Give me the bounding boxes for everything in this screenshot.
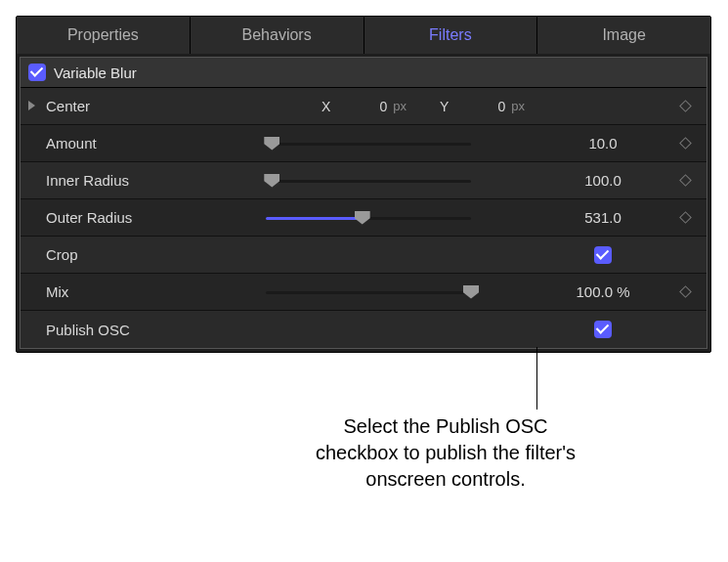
mix-slider[interactable] <box>266 283 471 301</box>
param-row-center: Center X 0 px Y 0 px <box>21 88 707 125</box>
param-label-inner-radius: Inner Radius <box>46 172 202 189</box>
param-label-center: Center <box>46 98 185 114</box>
param-row-crop: Crop <box>21 237 707 274</box>
tab-behaviors[interactable]: Behaviors <box>190 17 364 54</box>
inner-radius-slider[interactable] <box>266 172 471 190</box>
param-row-amount: Amount 10.0 <box>21 125 707 162</box>
annotation: Select the Publish OSC checkbox to publi… <box>16 353 711 519</box>
filter-header-row: Variable Blur <box>21 58 707 88</box>
slider-thumb-icon[interactable] <box>264 174 279 188</box>
center-x-value[interactable]: 0 <box>340 99 387 114</box>
slider-thumb-icon[interactable] <box>264 137 279 151</box>
center-x-unit: px <box>393 99 407 113</box>
param-row-publish-osc: Publish OSC <box>21 311 707 348</box>
mix-value[interactable]: 100.0 % <box>535 283 671 300</box>
filter-enable-checkbox[interactable] <box>28 64 46 81</box>
amount-slider[interactable] <box>266 135 471 152</box>
outer-radius-slider[interactable] <box>266 209 471 227</box>
keyframe-icon[interactable] <box>679 174 692 187</box>
param-row-outer-radius: Outer Radius 531.0 <box>21 199 707 237</box>
inspector-panel: Properties Behaviors Filters Image Varia… <box>16 16 711 353</box>
param-label-publish-osc: Publish OSC <box>46 322 202 338</box>
axis-x-label: X <box>321 99 330 114</box>
keyframe-icon[interactable] <box>679 285 692 298</box>
keyframe-icon[interactable] <box>679 100 692 112</box>
param-row-inner-radius: Inner Radius 100.0 <box>21 162 707 199</box>
param-label-outer-radius: Outer Radius <box>46 209 202 226</box>
param-label-amount: Amount <box>46 135 202 151</box>
publish-osc-checkbox[interactable] <box>594 321 612 338</box>
filters-content: Variable Blur Center X 0 px Y 0 px A <box>20 57 707 349</box>
callout-leader-line <box>536 347 537 410</box>
tab-filters[interactable]: Filters <box>364 17 537 54</box>
axis-y-label: Y <box>440 99 449 114</box>
slider-thumb-icon[interactable] <box>463 285 479 299</box>
disclosure-triangle-icon[interactable] <box>28 101 40 112</box>
callout-text: Select the Publish OSC checkbox to publi… <box>309 413 582 493</box>
crop-checkbox[interactable] <box>594 246 612 264</box>
tab-image[interactable]: Image <box>536 17 710 54</box>
param-label-mix: Mix <box>46 283 202 300</box>
filter-title: Variable Blur <box>54 65 137 81</box>
inspector-tabs: Properties Behaviors Filters Image <box>17 17 710 54</box>
center-y-unit: px <box>511 99 525 113</box>
center-xy-controls: X 0 px Y 0 px <box>185 99 671 114</box>
param-row-mix: Mix 100.0 % <box>21 274 707 311</box>
keyframe-icon[interactable] <box>679 137 692 150</box>
param-label-crop: Crop <box>46 246 202 263</box>
amount-value[interactable]: 10.0 <box>535 135 671 151</box>
center-y-value[interactable]: 0 <box>458 99 505 114</box>
keyframe-icon[interactable] <box>679 211 692 224</box>
inner-radius-value[interactable]: 100.0 <box>535 172 671 189</box>
tab-properties[interactable]: Properties <box>17 17 190 54</box>
outer-radius-value[interactable]: 531.0 <box>535 209 671 226</box>
slider-thumb-icon[interactable] <box>355 211 370 225</box>
